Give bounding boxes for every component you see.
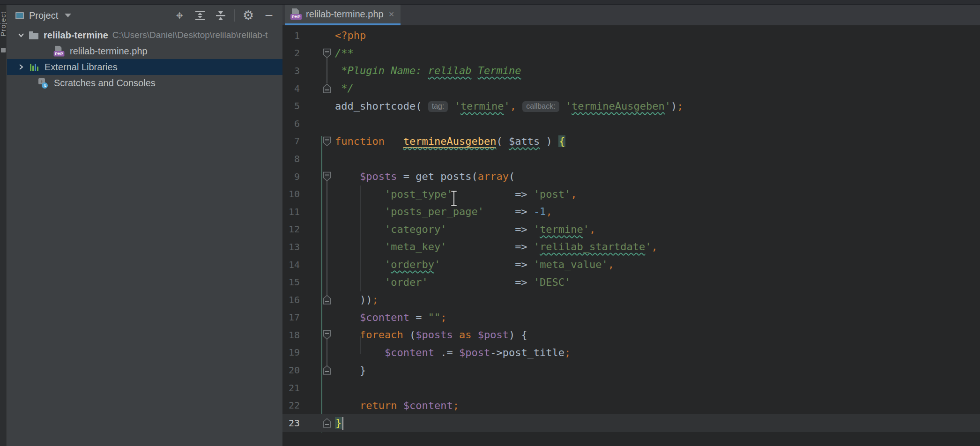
line-number[interactable]: 9 [282, 171, 300, 182]
fold-collapse-icon[interactable] [322, 364, 332, 376]
line-number[interactable]: 12 [282, 223, 300, 235]
code-text[interactable]: 'posts_per_page' => -1, [335, 206, 552, 217]
code-token: { [558, 135, 565, 147]
code-text[interactable]: */ [335, 82, 354, 94]
code-token: ) [671, 100, 677, 112]
code-token [335, 364, 360, 376]
tab-close-icon[interactable]: × [389, 9, 394, 20]
code-token [335, 400, 360, 411]
code-text[interactable]: foreach ($posts as $post) { [335, 329, 527, 341]
project-panel-title[interactable]: Project [29, 10, 58, 21]
gutter-fold-area [300, 115, 335, 133]
code-text[interactable]: $content = ""; [335, 312, 446, 323]
code-token: relilab [428, 65, 472, 76]
chevron-right-icon[interactable] [17, 63, 25, 71]
editor-tab-bar: PHP relilab-termine.php × [282, 5, 980, 25]
fold-collapse-icon[interactable] [322, 294, 332, 305]
code-token [440, 259, 515, 270]
line-number[interactable]: 10 [282, 188, 300, 200]
code-text[interactable]: )); [335, 294, 379, 305]
code-token [335, 171, 360, 182]
code-token [335, 276, 385, 288]
fold-collapse-icon[interactable] [322, 329, 332, 341]
collapse-all-icon[interactable] [213, 7, 229, 23]
hide-panel-icon[interactable]: − [261, 7, 277, 23]
settings-gear-icon[interactable]: ⚙ [240, 7, 256, 23]
locate-file-icon[interactable]: ⌖ [171, 7, 187, 23]
expand-all-icon[interactable] [192, 7, 208, 23]
code-token: ; [453, 400, 459, 411]
chevron-down-icon[interactable] [65, 14, 71, 17]
code-token: => [515, 241, 534, 253]
fold-collapse-icon[interactable] [322, 417, 332, 429]
code-line-4: 4 */ [282, 80, 980, 97]
code-text[interactable]: function termineAusgeben( $atts ) { [335, 135, 565, 147]
code-text[interactable]: 'meta_key' => 'relilab_startdate', [335, 241, 658, 253]
tree-item-label: relilab-termine [44, 30, 108, 41]
line-number[interactable]: 18 [282, 329, 300, 341]
code-token: 'post' [534, 188, 571, 200]
fold-collapse-icon[interactable] [322, 48, 332, 59]
gutter-fold-area [300, 150, 335, 168]
line-number[interactable]: 22 [282, 400, 300, 411]
line-number[interactable]: 20 [282, 364, 300, 376]
code-token [335, 312, 360, 323]
tab-relilab-termine-php[interactable]: PHP relilab-termine.php × [285, 5, 401, 23]
code-text[interactable]: } [335, 364, 366, 376]
code-token: => [515, 188, 534, 200]
project-stripe-button[interactable]: Project [0, 11, 7, 37]
chevron-down-icon[interactable] [17, 31, 25, 39]
line-number[interactable]: 3 [282, 65, 300, 76]
code-token: orderby [391, 259, 434, 270]
code-line-1: 1<?php [282, 27, 980, 45]
tree-item-relilab-termine-php[interactable]: PHPrelilab-termine.php [7, 43, 282, 59]
code-text[interactable]: 'order' => 'DESC' [335, 276, 571, 288]
code-text[interactable]: 'category' => 'termine', [335, 223, 595, 235]
line-number[interactable]: 19 [282, 347, 300, 358]
code-token: $posts [416, 329, 453, 341]
code-token: , [589, 223, 595, 235]
code-token [335, 223, 385, 235]
line-number[interactable]: 2 [282, 47, 300, 59]
code-text[interactable]: $content .= $post->post_title; [335, 347, 571, 358]
code-text[interactable]: <?php [335, 30, 366, 41]
code-text[interactable]: $posts = get_posts(array( [335, 171, 515, 182]
tree-item-external-libraries[interactable]: External Libraries [7, 59, 282, 75]
line-number[interactable]: 5 [282, 100, 300, 112]
project-panel: Project ⌖ [7, 5, 282, 446]
line-number[interactable]: 14 [282, 259, 300, 270]
code-text[interactable]: } [335, 417, 342, 429]
code-text[interactable]: return $content; [335, 400, 459, 411]
line-number[interactable]: 15 [282, 276, 300, 288]
code-editor[interactable]: 1<?php2/**3 *Plugin Name: relilab Termin… [282, 25, 980, 446]
code-text[interactable]: 'orderby' => 'meta_value', [335, 259, 614, 270]
code-token: ' [534, 241, 540, 253]
code-token: )) [360, 294, 372, 305]
line-number[interactable]: 8 [282, 153, 300, 164]
line-number[interactable]: 6 [282, 118, 300, 129]
fold-collapse-icon[interactable] [322, 83, 332, 94]
line-number[interactable]: 21 [282, 382, 300, 394]
line-number[interactable]: 7 [282, 135, 300, 147]
code-token: => [515, 276, 534, 288]
scratches-icon: › [36, 78, 50, 88]
code-text[interactable]: /** [335, 47, 354, 59]
line-number[interactable]: 4 [282, 83, 300, 94]
code-text[interactable]: add_shortcode( tag: 'termine', callback:… [335, 100, 683, 112]
line-number[interactable]: 16 [282, 294, 300, 305]
line-number[interactable]: 13 [282, 241, 300, 253]
project-stripe-icon[interactable] [1, 48, 6, 52]
code-line-3: 3 *Plugin Name: relilab Termine [282, 62, 980, 80]
tree-item-scratches-and-consoles[interactable]: ›Scratches and Consoles [7, 75, 282, 91]
line-number[interactable]: 11 [282, 206, 300, 217]
tree-item-relilab-termine[interactable]: relilab-termineC:\Users\Daniel\Desktop\r… [7, 27, 282, 43]
code-token: termineAusgeben [572, 100, 665, 112]
fold-collapse-icon[interactable] [322, 171, 332, 182]
line-number[interactable]: 23 [282, 417, 300, 429]
line-number[interactable]: 17 [282, 312, 300, 323]
code-text[interactable]: *Plugin Name: relilab Termine [335, 65, 521, 76]
code-token: , [652, 241, 658, 253]
code-line-6: 6 [282, 115, 980, 133]
fold-collapse-icon[interactable] [322, 136, 332, 147]
line-number[interactable]: 1 [282, 30, 300, 41]
